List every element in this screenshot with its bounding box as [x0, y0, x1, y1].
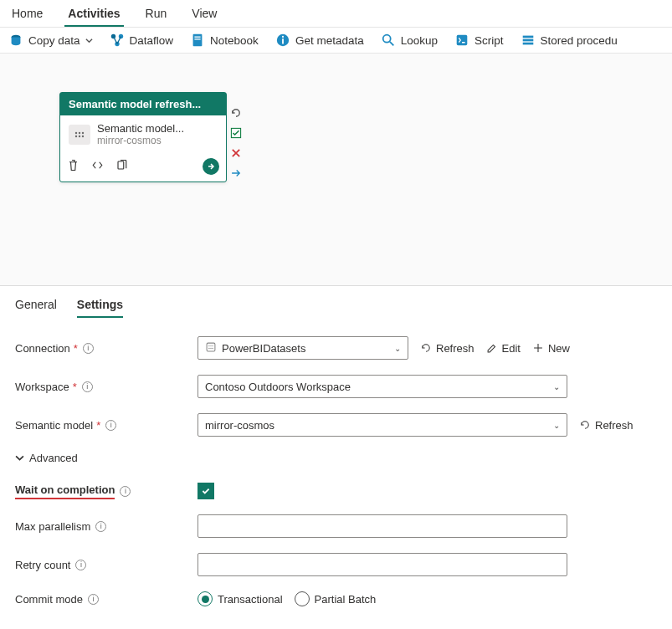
commit-transactional-radio[interactable]: Transactional	[197, 591, 283, 606]
settings-tabs: General Settings	[0, 286, 672, 318]
radio-checked-icon	[197, 591, 213, 606]
info-icon[interactable]: i	[82, 381, 93, 392]
stored-proc-icon	[521, 33, 536, 48]
svg-point-24	[208, 345, 209, 345]
commit-partial-radio[interactable]: Partial Batch	[295, 591, 377, 606]
notebook-label: Notebook	[210, 34, 259, 47]
ribbon-tab-run[interactable]: Run	[142, 0, 171, 27]
svg-rect-6	[194, 38, 200, 39]
svg-point-25	[210, 345, 211, 345]
delete-icon[interactable]	[67, 159, 80, 174]
copy-data-button[interactable]: Copy data	[8, 33, 93, 48]
run-icon[interactable]	[203, 158, 219, 175]
max-parallelism-label: Max parallelismi	[15, 520, 197, 533]
svg-point-26	[212, 345, 213, 345]
svg-point-15	[75, 131, 77, 133]
pipeline-canvas[interactable]: Semantic model refresh... Semantic model…	[0, 54, 672, 286]
tab-general[interactable]: General	[15, 298, 57, 318]
svg-point-28	[210, 347, 211, 348]
ribbon-tab-home[interactable]: Home	[8, 0, 46, 27]
connection-dropdown[interactable]: PowerBIDatasets ⌄	[197, 336, 408, 360]
script-button[interactable]: Script	[454, 33, 504, 48]
notebook-icon	[190, 33, 205, 48]
chevron-down-icon: ⌄	[553, 421, 560, 430]
commit-mode-label: Commit modei	[15, 593, 197, 606]
advanced-toggle[interactable]: Advanced	[15, 452, 657, 464]
ribbon-tabs: Home Activities Run View	[0, 0, 672, 28]
copy-icon[interactable]	[115, 159, 128, 174]
stored-proc-button[interactable]: Stored procedu	[521, 33, 618, 48]
dataflow-label: Dataflow	[130, 34, 174, 47]
edit-connection-button[interactable]: Edit	[486, 342, 521, 355]
svg-rect-14	[522, 43, 533, 45]
stored-proc-label: Stored procedu	[541, 34, 618, 47]
svg-rect-8	[282, 38, 284, 43]
svg-rect-21	[118, 161, 124, 169]
semantic-model-label: Semantic model*i	[15, 419, 197, 432]
svg-point-20	[82, 135, 84, 136]
svg-rect-23	[207, 343, 215, 351]
info-icon[interactable]: i	[95, 521, 106, 532]
node-title: Semantic model refresh...	[60, 93, 226, 115]
semantic-model-dropdown[interactable]: mirror-cosmos ⌄	[197, 413, 567, 437]
code-icon[interactable]	[91, 159, 104, 174]
workspace-dropdown[interactable]: Contoso Outdoors Workspace ⌄	[197, 375, 567, 398]
node-port-icons	[230, 107, 244, 181]
svg-rect-12	[522, 36, 533, 38]
connection-label: Connection*i	[15, 342, 197, 355]
svg-point-17	[82, 131, 84, 133]
info-icon[interactable]: i	[75, 560, 86, 570]
settings-form: Connection*i PowerBIDatasets ⌄ Refresh E…	[0, 318, 672, 606]
notebook-button[interactable]: Notebook	[190, 33, 259, 48]
dataflow-icon	[110, 33, 125, 48]
svg-rect-13	[522, 39, 533, 42]
copy-data-icon	[8, 33, 23, 48]
dataset-icon	[205, 341, 217, 355]
svg-point-18	[75, 135, 77, 136]
port-undo-icon[interactable]	[230, 107, 244, 120]
svg-rect-11	[457, 35, 468, 46]
svg-rect-4	[193, 34, 203, 46]
workspace-label: Workspace*i	[15, 381, 197, 393]
tab-settings[interactable]: Settings	[77, 298, 123, 318]
retry-count-label: Retry counti	[15, 559, 197, 571]
svg-point-16	[79, 131, 80, 133]
info-icon[interactable]: i	[120, 486, 131, 497]
get-metadata-button[interactable]: Get metadata	[275, 33, 364, 48]
port-success-icon[interactable]	[230, 127, 244, 141]
dataflow-button[interactable]: Dataflow	[110, 33, 174, 48]
svg-point-19	[79, 135, 80, 136]
svg-point-29	[212, 347, 213, 348]
radio-unchecked-icon	[295, 591, 310, 606]
port-skip-icon[interactable]	[230, 167, 244, 181]
svg-rect-5	[194, 37, 200, 38]
chevron-down-icon: ⌄	[553, 382, 560, 391]
port-fail-icon[interactable]	[230, 147, 244, 161]
refresh-model-button[interactable]: Refresh	[579, 419, 634, 432]
copy-data-label: Copy data	[28, 34, 80, 47]
activity-node[interactable]: Semantic model refresh... Semantic model…	[59, 92, 227, 182]
refresh-connection-button[interactable]: Refresh	[420, 342, 475, 355]
retry-count-input[interactable]	[197, 553, 567, 576]
info-icon[interactable]: i	[83, 343, 94, 354]
info-icon[interactable]: i	[105, 420, 116, 431]
svg-point-9	[282, 36, 284, 38]
ribbon-tab-activities[interactable]: Activities	[64, 0, 123, 27]
ribbon-tab-view[interactable]: View	[188, 0, 220, 27]
chevron-down-icon	[15, 453, 24, 463]
info-icon[interactable]: i	[88, 594, 99, 605]
new-connection-button[interactable]: New	[532, 342, 570, 355]
svg-point-27	[208, 347, 209, 348]
node-body-title: Semantic model...	[97, 122, 218, 135]
node-thumb-icon	[69, 125, 90, 145]
max-parallelism-input[interactable]	[197, 514, 567, 538]
info-icon	[275, 33, 290, 48]
script-label: Script	[475, 34, 504, 47]
wait-on-completion-checkbox[interactable]	[197, 483, 214, 499]
chevron-down-icon	[85, 37, 93, 44]
lookup-button[interactable]: Lookup	[381, 33, 438, 48]
svg-point-10	[382, 35, 390, 43]
chevron-down-icon: ⌄	[394, 344, 401, 353]
script-icon	[454, 33, 469, 48]
commit-mode-group: Transactional Partial Batch	[197, 591, 376, 606]
